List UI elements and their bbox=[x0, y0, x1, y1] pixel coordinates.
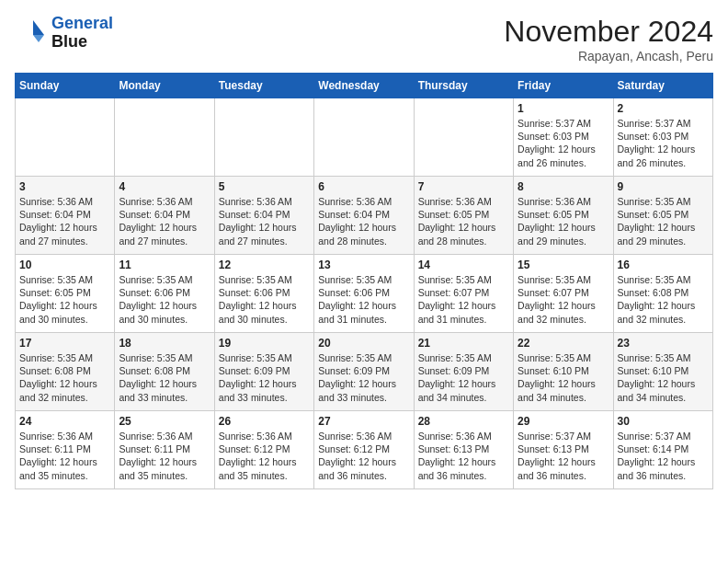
month-title: November 2024 bbox=[504, 15, 713, 49]
day-number: 28 bbox=[418, 415, 509, 428]
weekday-header-wednesday: Wednesday bbox=[314, 74, 414, 98]
day-info: Sunrise: 5:36 AM Sunset: 6:05 PM Dayligh… bbox=[418, 195, 509, 247]
logo-text: General Blue bbox=[51, 15, 113, 52]
calendar-cell: 14Sunrise: 5:35 AM Sunset: 6:07 PM Dayli… bbox=[414, 255, 513, 333]
day-info: Sunrise: 5:35 AM Sunset: 6:08 PM Dayligh… bbox=[119, 351, 210, 404]
calendar-cell: 16Sunrise: 5:35 AM Sunset: 6:08 PM Dayli… bbox=[613, 255, 712, 333]
calendar-cell: 20Sunrise: 5:35 AM Sunset: 6:09 PM Dayli… bbox=[314, 333, 414, 411]
day-info: Sunrise: 5:35 AM Sunset: 6:09 PM Dayligh… bbox=[219, 351, 310, 404]
weekday-header-row: SundayMondayTuesdayWednesdayThursdayFrid… bbox=[16, 74, 713, 98]
calendar-cell: 19Sunrise: 5:35 AM Sunset: 6:09 PM Dayli… bbox=[214, 333, 313, 411]
calendar-cell: 6Sunrise: 5:36 AM Sunset: 6:04 PM Daylig… bbox=[314, 177, 414, 255]
week-row-1: 1Sunrise: 5:37 AM Sunset: 6:03 PM Daylig… bbox=[16, 98, 713, 177]
day-number: 6 bbox=[318, 180, 409, 193]
day-number: 16 bbox=[618, 259, 709, 271]
calendar-cell: 24Sunrise: 5:36 AM Sunset: 6:11 PM Dayli… bbox=[16, 411, 115, 489]
day-info: Sunrise: 5:35 AM Sunset: 6:07 PM Dayligh… bbox=[518, 273, 609, 326]
day-info: Sunrise: 5:36 AM Sunset: 6:12 PM Dayligh… bbox=[318, 430, 409, 482]
calendar-cell: 3Sunrise: 5:36 AM Sunset: 6:04 PM Daylig… bbox=[16, 177, 115, 255]
day-number: 14 bbox=[418, 259, 509, 271]
calendar-cell: 22Sunrise: 5:35 AM Sunset: 6:10 PM Dayli… bbox=[514, 333, 613, 411]
day-info: Sunrise: 5:36 AM Sunset: 6:04 PM Dayligh… bbox=[119, 195, 210, 247]
calendar-cell: 30Sunrise: 5:37 AM Sunset: 6:14 PM Dayli… bbox=[613, 411, 712, 489]
day-number: 27 bbox=[318, 415, 409, 428]
day-number: 8 bbox=[518, 180, 609, 193]
calendar-cell: 9Sunrise: 5:35 AM Sunset: 6:05 PM Daylig… bbox=[613, 177, 712, 255]
day-number: 29 bbox=[518, 415, 609, 428]
day-info: Sunrise: 5:35 AM Sunset: 6:09 PM Dayligh… bbox=[418, 351, 509, 404]
day-info: Sunrise: 5:37 AM Sunset: 6:14 PM Dayligh… bbox=[618, 430, 709, 482]
calendar-cell: 10Sunrise: 5:35 AM Sunset: 6:05 PM Dayli… bbox=[16, 255, 115, 333]
weekday-header-saturday: Saturday bbox=[613, 74, 712, 98]
day-info: Sunrise: 5:37 AM Sunset: 6:13 PM Dayligh… bbox=[518, 430, 609, 482]
calendar-cell: 21Sunrise: 5:35 AM Sunset: 6:09 PM Dayli… bbox=[414, 333, 513, 411]
calendar-cell bbox=[115, 98, 214, 177]
calendar-cell: 26Sunrise: 5:36 AM Sunset: 6:12 PM Dayli… bbox=[214, 411, 313, 489]
day-info: Sunrise: 5:36 AM Sunset: 6:12 PM Dayligh… bbox=[219, 430, 310, 482]
calendar-cell: 18Sunrise: 5:35 AM Sunset: 6:08 PM Dayli… bbox=[115, 333, 214, 411]
day-info: Sunrise: 5:36 AM Sunset: 6:04 PM Dayligh… bbox=[219, 195, 310, 247]
calendar-cell: 11Sunrise: 5:35 AM Sunset: 6:06 PM Dayli… bbox=[115, 255, 214, 333]
day-info: Sunrise: 5:35 AM Sunset: 6:06 PM Dayligh… bbox=[318, 273, 409, 326]
day-info: Sunrise: 5:37 AM Sunset: 6:03 PM Dayligh… bbox=[518, 117, 609, 169]
calendar-cell bbox=[214, 98, 313, 177]
day-number: 17 bbox=[19, 337, 110, 350]
logo: General Blue bbox=[15, 15, 113, 52]
day-info: Sunrise: 5:36 AM Sunset: 6:11 PM Dayligh… bbox=[119, 430, 210, 482]
day-number: 5 bbox=[219, 180, 310, 193]
day-number: 3 bbox=[19, 180, 110, 193]
svg-marker-0 bbox=[33, 20, 44, 35]
calendar-cell: 25Sunrise: 5:36 AM Sunset: 6:11 PM Dayli… bbox=[115, 411, 214, 489]
week-row-5: 24Sunrise: 5:36 AM Sunset: 6:11 PM Dayli… bbox=[16, 411, 713, 489]
week-row-2: 3Sunrise: 5:36 AM Sunset: 6:04 PM Daylig… bbox=[16, 177, 713, 255]
title-block: November 2024 Rapayan, Ancash, Peru bbox=[504, 15, 713, 63]
day-number: 13 bbox=[318, 259, 409, 271]
calendar-cell: 8Sunrise: 5:36 AM Sunset: 6:05 PM Daylig… bbox=[514, 177, 613, 255]
day-number: 22 bbox=[518, 337, 609, 350]
week-row-4: 17Sunrise: 5:35 AM Sunset: 6:08 PM Dayli… bbox=[16, 333, 713, 411]
day-info: Sunrise: 5:35 AM Sunset: 6:05 PM Dayligh… bbox=[19, 273, 110, 326]
day-info: Sunrise: 5:36 AM Sunset: 6:13 PM Dayligh… bbox=[418, 430, 509, 482]
day-number: 10 bbox=[19, 259, 110, 271]
calendar-cell: 23Sunrise: 5:35 AM Sunset: 6:10 PM Dayli… bbox=[613, 333, 712, 411]
weekday-header-tuesday: Tuesday bbox=[214, 74, 313, 98]
day-number: 21 bbox=[418, 337, 509, 350]
location: Rapayan, Ancash, Peru bbox=[504, 49, 713, 63]
calendar-cell: 15Sunrise: 5:35 AM Sunset: 6:07 PM Dayli… bbox=[514, 255, 613, 333]
calendar-cell: 17Sunrise: 5:35 AM Sunset: 6:08 PM Dayli… bbox=[16, 333, 115, 411]
calendar-cell: 2Sunrise: 5:37 AM Sunset: 6:03 PM Daylig… bbox=[613, 98, 712, 177]
logo-icon bbox=[15, 17, 48, 50]
day-number: 9 bbox=[618, 180, 709, 193]
day-number: 15 bbox=[518, 259, 609, 271]
day-number: 19 bbox=[219, 337, 310, 350]
day-number: 23 bbox=[618, 337, 709, 350]
day-info: Sunrise: 5:35 AM Sunset: 6:09 PM Dayligh… bbox=[318, 351, 409, 404]
svg-marker-1 bbox=[33, 35, 44, 42]
calendar-cell: 12Sunrise: 5:35 AM Sunset: 6:06 PM Dayli… bbox=[214, 255, 313, 333]
day-number: 24 bbox=[19, 415, 110, 428]
calendar-cell: 29Sunrise: 5:37 AM Sunset: 6:13 PM Dayli… bbox=[514, 411, 613, 489]
day-info: Sunrise: 5:36 AM Sunset: 6:04 PM Dayligh… bbox=[19, 195, 110, 247]
day-info: Sunrise: 5:35 AM Sunset: 6:06 PM Dayligh… bbox=[119, 273, 210, 326]
day-number: 2 bbox=[618, 102, 709, 115]
page-header: General Blue November 2024 Rapayan, Anca… bbox=[15, 15, 713, 63]
calendar: SundayMondayTuesdayWednesdayThursdayFrid… bbox=[15, 73, 713, 489]
day-info: Sunrise: 5:36 AM Sunset: 6:04 PM Dayligh… bbox=[318, 195, 409, 247]
day-number: 30 bbox=[618, 415, 709, 428]
day-number: 4 bbox=[119, 180, 210, 193]
calendar-cell bbox=[16, 98, 115, 177]
calendar-cell: 28Sunrise: 5:36 AM Sunset: 6:13 PM Dayli… bbox=[414, 411, 513, 489]
day-info: Sunrise: 5:36 AM Sunset: 6:05 PM Dayligh… bbox=[518, 195, 609, 247]
calendar-cell bbox=[414, 98, 513, 177]
day-info: Sunrise: 5:35 AM Sunset: 6:08 PM Dayligh… bbox=[618, 273, 709, 326]
calendar-cell: 13Sunrise: 5:35 AM Sunset: 6:06 PM Dayli… bbox=[314, 255, 414, 333]
day-number: 7 bbox=[418, 180, 509, 193]
day-info: Sunrise: 5:35 AM Sunset: 6:06 PM Dayligh… bbox=[219, 273, 310, 326]
calendar-cell bbox=[314, 98, 414, 177]
calendar-cell: 5Sunrise: 5:36 AM Sunset: 6:04 PM Daylig… bbox=[214, 177, 313, 255]
calendar-cell: 7Sunrise: 5:36 AM Sunset: 6:05 PM Daylig… bbox=[414, 177, 513, 255]
weekday-header-monday: Monday bbox=[115, 74, 214, 98]
weekday-header-friday: Friday bbox=[514, 74, 613, 98]
day-number: 26 bbox=[219, 415, 310, 428]
day-number: 11 bbox=[119, 259, 210, 271]
